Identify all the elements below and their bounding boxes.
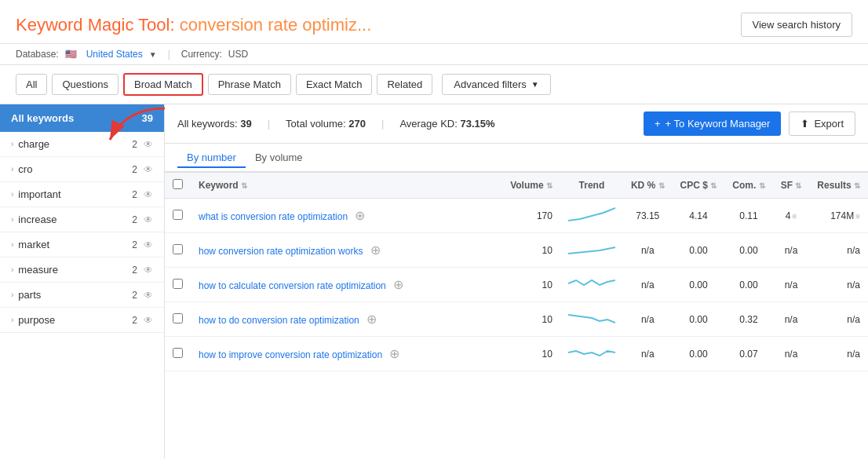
results-column-header: Results ⇅	[809, 173, 868, 199]
keyword-link[interactable]: how to improve conversion rate optimizat…	[199, 349, 382, 360]
row-checkbox-cell[interactable]	[165, 199, 191, 233]
row-checkbox-cell[interactable]	[165, 233, 191, 268]
results-cell: n/a	[809, 233, 868, 268]
results-detail-icon[interactable]: ≡	[855, 212, 860, 221]
cpc-cell: 0.00	[673, 233, 725, 268]
sidebar-item-label: important	[18, 188, 60, 200]
stats-bar: All keywords: 39 | Total volume: 270 | A…	[165, 104, 868, 144]
row-checkbox-cell[interactable]	[165, 302, 191, 337]
sidebar-header: All keywords 39	[0, 104, 164, 132]
keyword-manager-button[interactable]: + + To Keyword Manager	[644, 111, 781, 136]
volume-cell: 170	[502, 199, 560, 233]
trend-cell	[560, 268, 623, 302]
eye-icon[interactable]: 👁	[144, 214, 153, 225]
keyword-column-header: Keyword ⇅	[191, 173, 502, 199]
all-keywords-stat: All keywords: 39	[177, 118, 252, 130]
row-checkbox[interactable]	[173, 279, 183, 289]
sidebar-item-measure[interactable]: › measure 2 👁	[0, 258, 164, 283]
sidebar-all-keywords-label: All keywords	[11, 112, 74, 124]
table-row: how to improve conversion rate optimizat…	[165, 337, 868, 371]
view-history-button[interactable]: View search history	[741, 13, 852, 37]
page-title: Keyword Magic Tool: conversion rate opti…	[16, 15, 371, 35]
keyword-cell: how to do conversion rate optimization ⊕	[191, 302, 502, 337]
database-label: Database:	[16, 49, 59, 60]
cpc-cell: 0.00	[673, 268, 725, 302]
country-link[interactable]: United States	[86, 49, 143, 60]
com-cell: 0.32	[724, 302, 772, 337]
flag-icon: 🇺🇸	[65, 49, 77, 60]
advanced-filters-button[interactable]: Advanced filters ▼	[442, 74, 550, 95]
chevron-icon[interactable]: ▼	[149, 50, 157, 59]
sidebar-item-purpose[interactable]: › purpose 2 👁	[0, 308, 164, 333]
eye-icon[interactable]: 👁	[144, 239, 153, 250]
kd-cell: n/a	[623, 233, 673, 268]
trend-cell	[560, 199, 623, 233]
eye-icon[interactable]: 👁	[144, 315, 153, 326]
select-all-header[interactable]	[165, 173, 191, 199]
keyword-link[interactable]: what is conversion rate optimization	[199, 211, 348, 222]
keyword-manager-label: + To Keyword Manager	[666, 118, 771, 130]
sidebar-item-label: increase	[18, 214, 57, 225]
add-keyword-button[interactable]: ⊕	[370, 243, 381, 257]
sidebar-item-count: 2	[132, 290, 137, 301]
add-keyword-button[interactable]: ⊕	[389, 347, 399, 360]
sort-by-volume-tab[interactable]: By volume	[246, 148, 312, 168]
row-checkbox[interactable]	[173, 244, 183, 254]
sf-detail-icon[interactable]: ≡	[792, 212, 797, 221]
tab-all[interactable]: All	[16, 74, 47, 95]
row-checkbox[interactable]	[173, 348, 183, 358]
results-cell: n/a	[809, 302, 868, 337]
sf-cell: n/a	[773, 268, 810, 302]
keyword-link[interactable]: how to do conversion rate optimization	[199, 315, 359, 326]
cpc-column-header: CPC $ ⇅	[673, 173, 725, 199]
sidebar-item-count: 2	[132, 265, 137, 276]
sidebar-item-important[interactable]: › important 2 👁	[0, 182, 164, 207]
kd-cell: 73.15	[623, 199, 673, 233]
volume-cell: 10	[502, 268, 560, 302]
sf-column-header: SF ⇅	[773, 173, 810, 199]
row-checkbox[interactable]	[173, 313, 183, 323]
sidebar-item-increase[interactable]: › increase 2 👁	[0, 207, 164, 232]
eye-icon[interactable]: 👁	[144, 139, 153, 150]
sidebar-item-cro[interactable]: › cro 2 👁	[0, 157, 164, 182]
export-button[interactable]: ⬆ Export	[789, 111, 855, 136]
row-checkbox[interactable]	[173, 210, 183, 220]
eye-icon[interactable]: 👁	[144, 290, 153, 301]
keyword-cell: how to calculate conversion rate optimiz…	[191, 268, 502, 302]
export-label: Export	[814, 118, 844, 130]
tab-broad-match[interactable]: Broad Match	[123, 73, 203, 96]
tab-questions[interactable]: Questions	[52, 74, 119, 95]
keyword-cell: what is conversion rate optimization ⊕	[191, 199, 502, 233]
row-checkbox-cell[interactable]	[165, 337, 191, 371]
row-checkbox-cell[interactable]	[165, 268, 191, 302]
sidebar-chevron-icon: ›	[11, 290, 13, 299]
sidebar-item-label: parts	[18, 289, 41, 301]
tab-related[interactable]: Related	[377, 74, 432, 95]
eye-icon[interactable]: 👁	[144, 189, 153, 200]
keyword-link[interactable]: how to calculate conversion rate optimiz…	[199, 280, 386, 291]
sidebar-item-parts[interactable]: › parts 2 👁	[0, 283, 164, 308]
volume-cell: 10	[502, 233, 560, 268]
subheader: Database: 🇺🇸 United States ▼ | Currency:…	[0, 44, 868, 65]
com-cell: 0.00	[724, 268, 772, 302]
cpc-cell: 0.00	[673, 337, 725, 371]
table-row: how conversion rate optimization works ⊕…	[165, 233, 868, 268]
sort-tabs: By number By volume	[165, 144, 868, 173]
sort-by-number-tab[interactable]: By number	[177, 148, 246, 168]
main-table-area: All keywords: 39 | Total volume: 270 | A…	[165, 104, 868, 459]
add-keyword-button[interactable]: ⊕	[367, 312, 377, 326]
add-keyword-button[interactable]: ⊕	[393, 278, 403, 291]
sidebar-chevron-icon: ›	[11, 140, 13, 148]
keyword-link[interactable]: how conversion rate optimization works	[199, 246, 363, 257]
results-cell: n/a	[809, 268, 868, 302]
eye-icon[interactable]: 👁	[144, 265, 153, 276]
tab-phrase-match[interactable]: Phrase Match	[208, 74, 291, 95]
sidebar-item-charge[interactable]: › charge 2 👁	[0, 132, 164, 157]
select-all-checkbox[interactable]	[173, 179, 183, 189]
com-cell: 0.11	[724, 199, 772, 233]
sidebar-item-label: market	[18, 239, 49, 250]
sidebar-item-market[interactable]: › market 2 👁	[0, 232, 164, 258]
tab-exact-match[interactable]: Exact Match	[296, 74, 373, 95]
eye-icon[interactable]: 👁	[144, 164, 153, 175]
add-keyword-button[interactable]: ⊕	[355, 209, 365, 222]
